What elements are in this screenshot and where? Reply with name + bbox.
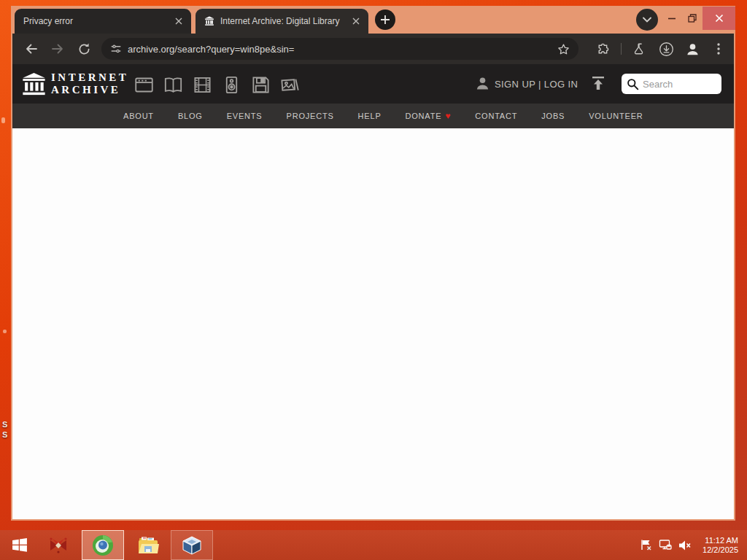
maximize-restore-icon [688, 14, 697, 23]
internet-archive-favicon-icon [204, 16, 214, 26]
chevron-down-icon [643, 17, 651, 23]
file-explorer-icon [137, 536, 159, 555]
downloads-button[interactable] [657, 40, 675, 58]
close-icon[interactable] [350, 15, 362, 27]
internet-archive-wordmark[interactable]: INTERNET ARCHIVE [51, 71, 128, 96]
back-button[interactable] [23, 40, 40, 58]
profile-button[interactable] [684, 40, 701, 58]
virtualbox-icon [181, 534, 203, 556]
close-icon [715, 14, 724, 23]
nav-item-projects[interactable]: PROJECTS [287, 112, 334, 120]
minimize-button[interactable] [662, 6, 682, 31]
nav-item-events[interactable]: EVENTS [227, 112, 263, 120]
software-media-icon[interactable] [250, 74, 271, 95]
labs-button[interactable] [630, 40, 648, 58]
url-text[interactable]: archive.org/search?query=win8pe&sin= [128, 44, 551, 55]
windows-taskbar: 11:12 AM 12/2/2025 [0, 530, 747, 560]
person-icon [475, 76, 490, 91]
desktop-icon-fragment [3, 330, 7, 333]
chromium-browser-icon [92, 534, 114, 556]
nav-item-help[interactable]: HELP [358, 112, 382, 120]
forward-icon [50, 42, 65, 56]
web-media-icon[interactable] [133, 74, 154, 95]
images-media-icon[interactable] [279, 74, 300, 95]
close-icon[interactable] [173, 15, 185, 27]
reload-icon [77, 42, 91, 56]
texts-media-icon[interactable] [163, 74, 183, 95]
close-window-button[interactable] [703, 7, 735, 30]
network-status-icon[interactable] [659, 539, 672, 551]
wordmark-line1: INTERNET [51, 71, 128, 84]
nav-item-contact[interactable]: CONTACT [475, 112, 517, 120]
nav-donate-label: DONATE [406, 112, 442, 120]
clock-date: 12/2/2025 [703, 545, 738, 555]
extensions-puzzle-icon [595, 42, 609, 56]
signup-login-link[interactable]: SIGN UP | LOG IN [495, 79, 578, 90]
forward-button[interactable] [49, 40, 66, 58]
kebab-menu-icon [717, 43, 720, 55]
site-nav-bar: ABOUT BLOG EVENTS PROJECTS HELP DONATE ♥… [12, 104, 734, 128]
bookmark-star-icon[interactable] [557, 43, 570, 55]
maximize-button[interactable] [682, 6, 703, 31]
url-address-bar[interactable]: archive.org/search?query=win8pe&sin= [101, 38, 578, 60]
clock-time: 11:12 AM [703, 536, 738, 545]
internet-archive-header: INTERNET ARCHIVE SIGN UP | LOG IN [12, 64, 734, 104]
magnifier-icon [627, 78, 639, 90]
red-app-icon [47, 536, 69, 555]
file-explorer-taskbar-button[interactable] [130, 530, 166, 560]
volume-muted-icon[interactable] [678, 540, 692, 551]
desktop-icon-label-fragment: S [2, 420, 7, 429]
back-icon [24, 42, 39, 56]
chromium-taskbar-button[interactable] [82, 530, 124, 560]
flask-icon [632, 42, 646, 55]
audio-media-icon[interactable] [221, 74, 241, 95]
start-button[interactable] [1, 530, 38, 560]
upload-icon[interactable] [589, 74, 607, 92]
reload-button[interactable] [75, 40, 93, 58]
virtualbox-taskbar-button[interactable] [171, 530, 213, 560]
site-search-input[interactable] [643, 79, 716, 90]
heart-icon: ♥ [445, 112, 451, 120]
new-tab-button[interactable] [375, 9, 395, 30]
extensions-button[interactable] [593, 40, 611, 58]
wordmark-line2: ARCHIVE [51, 84, 128, 96]
tab-internet-archive[interactable]: Internet Archive: Digital Library [196, 9, 368, 34]
desktop-icon-fragment [1, 117, 5, 123]
tab-title: Internet Archive: Digital Library [220, 16, 346, 26]
system-tray: 11:12 AM 12/2/2025 [640, 530, 747, 560]
nav-item-jobs[interactable]: JOBS [541, 112, 565, 120]
windows-logo-icon [10, 537, 29, 553]
action-center-flag-icon[interactable] [640, 539, 652, 551]
browser-window: Privacy error Internet Archive: Digital … [11, 6, 735, 521]
tab-title: Privacy error [23, 16, 169, 26]
profile-avatar-icon [685, 42, 700, 57]
tab-privacy-error[interactable]: Privacy error [15, 9, 191, 34]
taskbar-clock[interactable]: 11:12 AM 12/2/2025 [703, 536, 738, 555]
nav-item-about[interactable]: ABOUT [123, 112, 154, 120]
red-app-taskbar-button[interactable] [41, 530, 76, 560]
page-content-blank [12, 128, 734, 519]
browser-menu-button[interactable] [710, 40, 727, 58]
toolbar-divider [621, 43, 622, 55]
browser-toolbar: archive.org/search?query=win8pe&sin= [12, 34, 734, 64]
nav-item-blog[interactable]: BLOG [178, 112, 203, 120]
download-icon [659, 42, 674, 57]
video-media-icon[interactable] [192, 74, 212, 95]
minimize-icon [667, 14, 676, 23]
internet-archive-logo-icon[interactable] [22, 71, 46, 97]
nav-item-volunteer[interactable]: VOLUNTEER [589, 112, 643, 120]
nav-item-donate[interactable]: DONATE ♥ [406, 112, 452, 120]
tab-search-button[interactable] [636, 9, 658, 31]
site-settings-icon[interactable] [110, 43, 122, 55]
site-search-box[interactable] [622, 74, 721, 94]
desktop-icon-label-fragment: S [2, 430, 7, 439]
tab-strip: Privacy error Internet Archive: Digital … [11, 6, 735, 34]
